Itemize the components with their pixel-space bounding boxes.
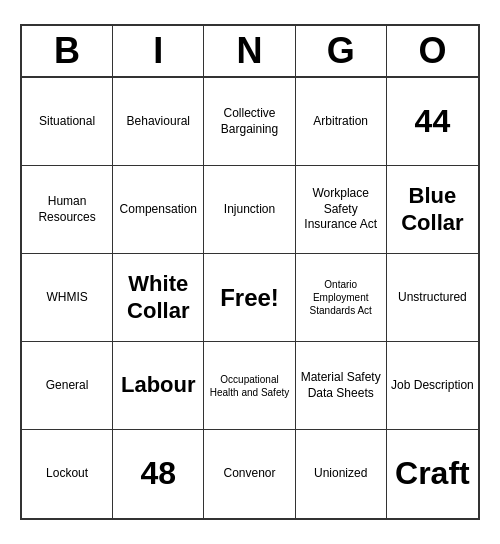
bingo-grid: SituationalBehaviouralCollective Bargain…	[22, 78, 478, 518]
header-o: O	[387, 26, 478, 76]
bingo-cell-14: Unstructured	[387, 254, 478, 342]
bingo-cell-22: Convenor	[204, 430, 295, 518]
bingo-cell-21: 48	[113, 430, 204, 518]
bingo-cell-4: 44	[387, 78, 478, 166]
bingo-cell-8: Workplace Safety Insurance Act	[296, 166, 387, 254]
bingo-cell-12: Free!	[204, 254, 295, 342]
bingo-header: B I N G O	[22, 26, 478, 78]
bingo-cell-5: Human Resources	[22, 166, 113, 254]
header-b: B	[22, 26, 113, 76]
bingo-cell-19: Job Description	[387, 342, 478, 430]
bingo-card: B I N G O SituationalBehaviouralCollecti…	[20, 24, 480, 520]
bingo-cell-9: Blue Collar	[387, 166, 478, 254]
bingo-cell-18: Material Safety Data Sheets	[296, 342, 387, 430]
bingo-cell-24: Craft	[387, 430, 478, 518]
bingo-cell-3: Arbitration	[296, 78, 387, 166]
bingo-cell-2: Collective Bargaining	[204, 78, 295, 166]
bingo-cell-16: Labour	[113, 342, 204, 430]
bingo-cell-0: Situational	[22, 78, 113, 166]
bingo-cell-11: White Collar	[113, 254, 204, 342]
bingo-cell-23: Unionized	[296, 430, 387, 518]
header-g: G	[296, 26, 387, 76]
header-i: I	[113, 26, 204, 76]
bingo-cell-6: Compensation	[113, 166, 204, 254]
bingo-cell-20: Lockout	[22, 430, 113, 518]
bingo-cell-15: General	[22, 342, 113, 430]
bingo-cell-10: WHMIS	[22, 254, 113, 342]
bingo-cell-13: Ontario Employment Standards Act	[296, 254, 387, 342]
bingo-cell-17: Occupational Health and Safety	[204, 342, 295, 430]
bingo-cell-7: Injunction	[204, 166, 295, 254]
header-n: N	[204, 26, 295, 76]
bingo-cell-1: Behavioural	[113, 78, 204, 166]
